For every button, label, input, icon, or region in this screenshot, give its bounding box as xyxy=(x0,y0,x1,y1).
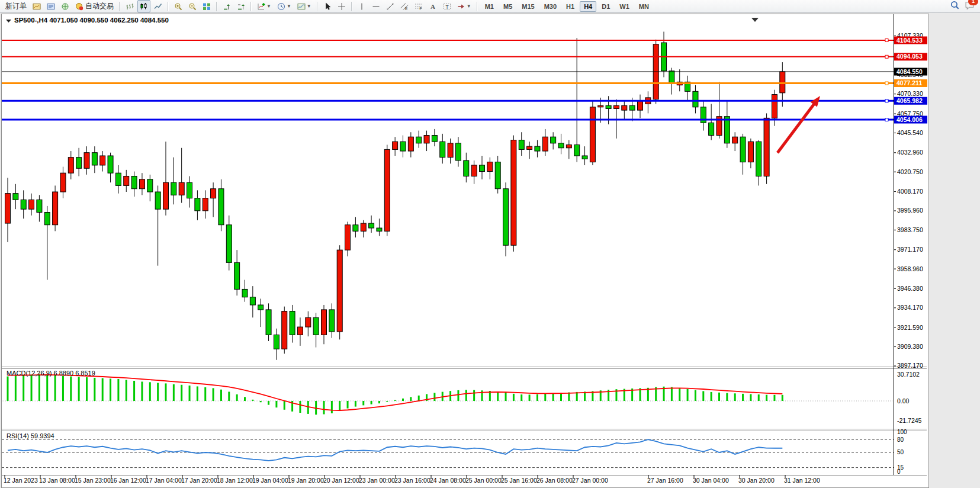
one-click-trading-arrow-icon[interactable] xyxy=(6,20,11,23)
fibonacci-button[interactable]: F xyxy=(412,0,425,12)
periods-button[interactable]: ▼ xyxy=(275,0,294,12)
equidistant-channel-button[interactable]: E xyxy=(398,0,411,12)
template-icon xyxy=(297,2,306,11)
vertical-line-button[interactable] xyxy=(355,0,368,12)
cursor-icon xyxy=(323,2,332,11)
macd-bar xyxy=(149,382,151,401)
resistance-line-1-handle[interactable] xyxy=(885,39,888,42)
macd-bar xyxy=(520,394,522,401)
bar-chart-type-button[interactable] xyxy=(123,0,136,12)
candle-body xyxy=(780,72,785,93)
candle-body xyxy=(53,192,58,225)
zoom-in-button[interactable] xyxy=(172,0,185,12)
notifications-button[interactable]: 1 xyxy=(965,1,974,12)
candle-body xyxy=(582,156,587,159)
new-order-button-label: 新订单 xyxy=(5,1,27,11)
candle-body xyxy=(432,136,437,142)
text-button[interactable]: A xyxy=(426,0,439,12)
resistance-line-2[interactable] xyxy=(2,55,894,58)
macd-bar xyxy=(252,400,253,401)
resistance-line-1[interactable] xyxy=(2,39,894,42)
timeframe-d1-button[interactable]: D1 xyxy=(597,1,614,12)
support-line-2[interactable] xyxy=(2,118,894,121)
indicators-button[interactable]: ▼ xyxy=(255,0,274,12)
resistance-line-2-handle[interactable] xyxy=(885,55,888,58)
candle-body xyxy=(448,143,453,158)
new-order-button[interactable]: 新订单 xyxy=(3,0,29,12)
macd-bar xyxy=(339,401,340,411)
candle-body xyxy=(487,162,493,172)
support-line-1[interactable] xyxy=(2,99,894,102)
crosshair-button[interactable] xyxy=(335,0,348,12)
macd-bar xyxy=(70,377,72,401)
autotrading-button[interactable]: 自动交易 xyxy=(73,0,116,12)
trendline-icon xyxy=(386,2,394,11)
macd-bar xyxy=(544,394,546,401)
timeframe-m30-button[interactable]: M30 xyxy=(540,1,561,12)
pivot-line[interactable] xyxy=(2,82,894,85)
candle-body xyxy=(377,228,382,231)
timeframe-m1-button[interactable]: M1 xyxy=(481,1,498,12)
macd-bar xyxy=(141,381,143,401)
zoom-out-icon xyxy=(188,2,197,11)
candle-body xyxy=(606,105,611,108)
navigator-icon[interactable] xyxy=(59,0,72,12)
svg-text:F: F xyxy=(419,7,422,11)
pivot-line-handle[interactable] xyxy=(885,82,888,85)
chart-title: SP500-,H4 4071.050 4090.550 4062.250 408… xyxy=(6,17,169,24)
price-tick-label: 3995.960 xyxy=(897,207,923,214)
candle-body xyxy=(764,118,769,176)
timeframe-h1-button[interactable]: H1 xyxy=(562,1,579,12)
candlestick-chart-type-button[interactable] xyxy=(137,0,150,12)
time-tick-label: 23 Jan 16:00 xyxy=(394,477,430,484)
support-line-2-handle[interactable] xyxy=(885,118,888,121)
candle-body xyxy=(345,225,351,250)
candle-body xyxy=(748,142,753,162)
trend-arrow-shaft[interactable] xyxy=(777,101,817,153)
macd-bar xyxy=(552,393,554,401)
candle-body xyxy=(638,101,643,110)
chart-shift-marker[interactable] xyxy=(751,18,759,22)
macd-bar xyxy=(165,383,167,401)
chart-shift-button[interactable] xyxy=(234,0,248,12)
macd-bar xyxy=(418,396,420,401)
time-tick-label: 27 Jan 00:00 xyxy=(572,477,608,484)
charts-window-icon[interactable] xyxy=(30,0,43,12)
horizontal-line-button[interactable] xyxy=(369,0,383,12)
timeframe-m15-button[interactable]: M15 xyxy=(518,1,538,12)
timeframe-w1-button[interactable]: W1 xyxy=(615,1,634,12)
line-chart-type-button[interactable] xyxy=(152,0,165,12)
chevron-down-icon: ▼ xyxy=(266,4,271,9)
shapes-button[interactable]: ▼ xyxy=(455,0,474,12)
macd-bar xyxy=(38,374,40,401)
time-tick-label: 24 Jan 08:00 xyxy=(430,477,466,484)
macd-bar xyxy=(394,400,396,401)
timeframe-h4-button[interactable]: H4 xyxy=(580,1,596,12)
label-button[interactable]: T xyxy=(441,0,454,12)
candle-body xyxy=(669,71,674,84)
templates-button[interactable]: ▼ xyxy=(295,0,314,12)
support-line-1-handle[interactable] xyxy=(885,99,888,102)
auto-scroll-button[interactable] xyxy=(220,0,233,12)
hline-icon xyxy=(372,2,380,11)
trend-arrow[interactable] xyxy=(777,96,820,153)
macd-bar xyxy=(433,393,435,401)
zoom-out-button[interactable] xyxy=(186,0,199,12)
timeframe-m5-button[interactable]: M5 xyxy=(499,1,516,12)
market-watch-icon[interactable] xyxy=(44,0,57,12)
search-button[interactable] xyxy=(950,1,959,12)
time-tick-label: 16 Jan 12:00 xyxy=(110,477,146,484)
candle-body xyxy=(115,173,121,185)
macd-bar xyxy=(62,376,64,401)
macd-bar xyxy=(228,391,230,401)
tile-windows-button[interactable] xyxy=(200,0,213,12)
toolbar-separator xyxy=(119,2,120,11)
timeframe-mn-button[interactable]: MN xyxy=(635,1,653,12)
cursor-button[interactable] xyxy=(321,0,334,12)
trendline-button[interactable] xyxy=(384,0,397,12)
rsi-pane: RSI(14) 59.93941008050150 xyxy=(2,429,907,475)
candle-body xyxy=(353,225,358,232)
candle-body xyxy=(171,182,176,195)
macd-bar xyxy=(54,375,56,401)
candle-body xyxy=(274,335,279,349)
